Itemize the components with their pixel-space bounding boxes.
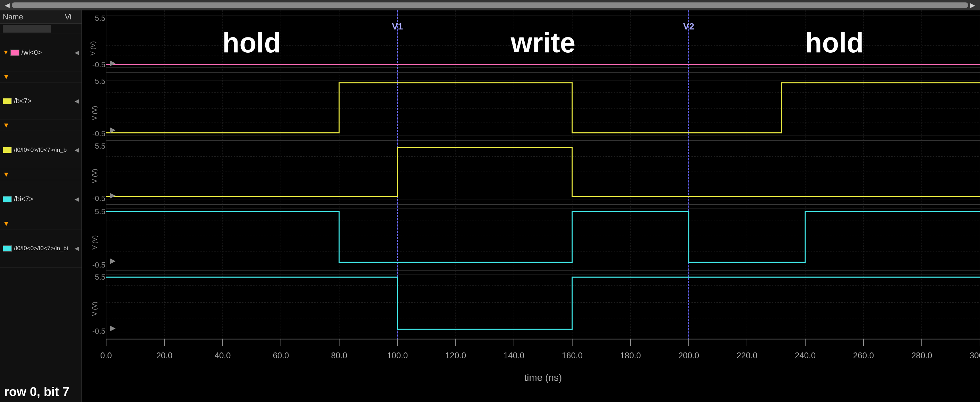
filter-icon-sep3: ▼ xyxy=(3,170,10,178)
svg-text:▶: ▶ xyxy=(110,324,116,332)
svg-text:200.0: 200.0 xyxy=(678,351,699,360)
signal-name-io-in-bi: /I0/I0<0>/I0<7>/in_bi xyxy=(14,245,74,252)
right-panel: 5.5 V (V) -0.5 5.5 V (V) -0.5 5.5 V (V) … xyxy=(82,10,980,402)
svg-text:▶: ▶ xyxy=(110,59,116,67)
signal-item-bi7[interactable]: /bi<7> ◀ xyxy=(0,180,81,218)
signal-item-wl0[interactable]: ▼ /wl<0> ◀ xyxy=(0,34,81,72)
signal-name-bi7: /bi<7> xyxy=(14,195,74,203)
svg-text:V (V): V (V) xyxy=(91,235,98,249)
svg-text:V (V): V (V) xyxy=(91,169,98,183)
signal-color-io-in-bi xyxy=(3,245,12,252)
svg-text:write: write xyxy=(511,27,576,58)
top-scrollbar[interactable]: ◀ ▶ xyxy=(0,0,980,10)
svg-text:20.0: 20.0 xyxy=(156,351,173,360)
filter-input[interactable] xyxy=(3,25,51,33)
signal-name-b7: /b<7> xyxy=(14,97,74,105)
svg-text:180.0: 180.0 xyxy=(620,351,641,360)
filter-icon-sep1: ▼ xyxy=(3,73,10,81)
svg-text:220.0: 220.0 xyxy=(737,351,757,360)
scroll-right-arrow[interactable]: ▶ xyxy=(968,2,977,9)
filter-icon-sep2: ▼ xyxy=(3,121,10,129)
svg-text:280.0: 280.0 xyxy=(912,351,932,360)
svg-text:-0.5: -0.5 xyxy=(92,60,105,69)
filter-icon-sep4: ▼ xyxy=(3,220,10,228)
signal-arrow-io-in-b: ◀ xyxy=(75,146,79,153)
svg-text:5.5: 5.5 xyxy=(95,141,105,150)
signal-list: ▼ /wl<0> ◀ ▼ /b<7> ◀ ▼ /I0/I0 xyxy=(0,34,81,382)
col-name-label: Name xyxy=(3,13,65,21)
filter-icon-wl0: ▼ xyxy=(3,49,9,56)
svg-text:V (V): V (V) xyxy=(91,106,98,120)
filter-separator-1: ▼ xyxy=(0,72,81,83)
svg-text:V2: V2 xyxy=(683,21,694,32)
main-layout: Name Vi ▼ /wl<0> ◀ ▼ /b<7> ◀ xyxy=(0,10,980,402)
svg-text:240.0: 240.0 xyxy=(795,351,816,360)
filter-separator-2: ▼ xyxy=(0,120,81,131)
svg-text:260.0: 260.0 xyxy=(853,351,874,360)
svg-text:hold: hold xyxy=(223,27,281,58)
svg-text:▶: ▶ xyxy=(110,191,116,199)
signal-color-b7 xyxy=(3,98,12,104)
signal-item-io-in-bi[interactable]: /I0/I0<0>/I0<7>/in_bi ◀ xyxy=(0,229,81,267)
svg-text:300.0: 300.0 xyxy=(970,351,980,360)
filter-separator-3: ▼ xyxy=(0,169,81,180)
svg-text:▶: ▶ xyxy=(110,126,116,133)
svg-text:40.0: 40.0 xyxy=(215,351,231,360)
svg-text:5.5: 5.5 xyxy=(95,77,105,86)
signal-color-io-in-b xyxy=(3,147,12,153)
col-vis-label: Vi xyxy=(65,13,79,21)
svg-text:-0.5: -0.5 xyxy=(92,194,105,203)
svg-text:V (V): V (V) xyxy=(91,302,98,316)
signal-item-b7[interactable]: /b<7> ◀ xyxy=(0,83,81,120)
signal-arrow-wl0: ◀ xyxy=(75,49,79,56)
svg-text:160.0: 160.0 xyxy=(562,351,582,360)
svg-text:V (V): V (V) xyxy=(89,41,96,56)
signal-color-bi7 xyxy=(3,196,12,202)
signal-arrow-bi7: ◀ xyxy=(75,196,79,202)
svg-text:5.5: 5.5 xyxy=(95,14,105,22)
svg-text:5.5: 5.5 xyxy=(95,207,105,216)
svg-text:▶: ▶ xyxy=(110,257,116,264)
svg-text:80.0: 80.0 xyxy=(331,351,347,360)
svg-text:5.5: 5.5 xyxy=(95,273,105,281)
svg-rect-0 xyxy=(82,10,980,402)
filter-separator-4: ▼ xyxy=(0,218,81,229)
signal-name-io-in-b: /I0/I0<0>/I0<7>/in_b xyxy=(14,146,74,154)
svg-text:140.0: 140.0 xyxy=(504,351,524,360)
signal-arrow-b7: ◀ xyxy=(75,98,79,104)
scrollbar-track[interactable] xyxy=(12,2,968,8)
svg-text:0.0: 0.0 xyxy=(100,351,112,360)
scrollbar-thumb[interactable] xyxy=(12,2,968,8)
svg-text:-0.5: -0.5 xyxy=(92,129,105,138)
signal-color-wl0 xyxy=(10,49,19,56)
left-header: Name Vi xyxy=(0,10,81,24)
bottom-label: row 0, bit 7 xyxy=(0,382,81,402)
filter-row xyxy=(0,24,81,34)
signal-arrow-io-in-bi: ◀ xyxy=(75,245,79,252)
waveform-area[interactable]: 5.5 V (V) -0.5 5.5 V (V) -0.5 5.5 V (V) … xyxy=(82,10,980,402)
svg-text:-0.5: -0.5 xyxy=(92,260,105,269)
svg-text:100.0: 100.0 xyxy=(387,351,408,360)
left-panel: Name Vi ▼ /wl<0> ◀ ▼ /b<7> ◀ xyxy=(0,10,82,402)
signal-name-wl0: /wl<0> xyxy=(22,49,74,57)
svg-text:time (ns): time (ns) xyxy=(524,372,562,383)
scroll-left-arrow[interactable]: ◀ xyxy=(3,2,12,9)
svg-text:-0.5: -0.5 xyxy=(92,327,105,335)
svg-text:hold: hold xyxy=(805,27,864,58)
svg-text:120.0: 120.0 xyxy=(445,351,466,360)
svg-text:V1: V1 xyxy=(392,21,403,32)
signal-item-io-in-b[interactable]: /I0/I0<0>/I0<7>/in_b ◀ xyxy=(0,131,81,169)
waveform-svg: 5.5 V (V) -0.5 5.5 V (V) -0.5 5.5 V (V) … xyxy=(82,10,980,402)
svg-text:60.0: 60.0 xyxy=(273,351,289,360)
